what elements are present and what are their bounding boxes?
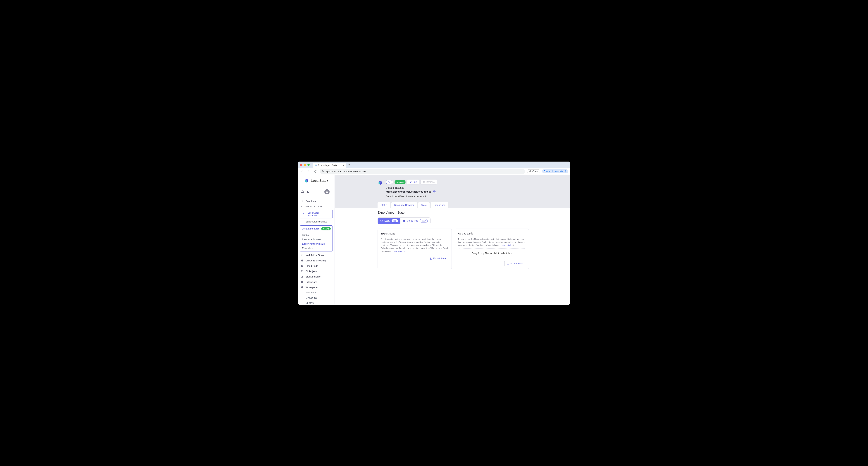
file-dropzone[interactable]: Drag & drop files, or click to select fi… — [458, 249, 525, 258]
sidebar: LocalStack ▾ ▾ DashboardGetting — [298, 175, 335, 304]
svg-point-25 — [303, 214, 304, 215]
sidebar-item-label: IAM Policy Stream — [306, 254, 325, 257]
guest-icon — [529, 170, 531, 173]
maximize-window-icon[interactable] — [307, 164, 310, 166]
sidebar-item[interactable]: My License — [298, 295, 335, 300]
sidebar-item[interactable]: Extensions — [298, 279, 335, 285]
reload-button[interactable] — [313, 169, 318, 174]
notifications-icon[interactable] — [301, 191, 304, 193]
brand-logo[interactable]: LocalStack — [304, 178, 328, 183]
export-code: localstack state export <file-name> — [399, 247, 442, 250]
plane-icon — [301, 205, 304, 208]
remove-label: Remove — [426, 181, 435, 183]
site-settings-icon[interactable] — [322, 170, 324, 173]
sidebar-item[interactable]: Dashboard — [298, 199, 335, 204]
puzzle-icon — [301, 281, 304, 283]
copy-icon — [433, 191, 436, 193]
svg-rect-31 — [301, 287, 303, 288]
upload-card-text: Please select the file containing the st… — [458, 238, 525, 247]
instance-desc: Default LocalStack instance bookmark — [386, 195, 562, 198]
svg-rect-17 — [301, 201, 302, 202]
refresh-icon — [301, 270, 304, 272]
instance-tab[interactable]: Extensions — [431, 202, 448, 208]
download-icon — [429, 257, 432, 260]
period: . — [405, 250, 406, 253]
upload-text-post: ). — [513, 244, 515, 246]
svg-point-8 — [323, 171, 324, 172]
sidebar-item[interactable]: Workspace — [298, 285, 335, 290]
sidebar-item-label: Getting Started — [306, 205, 322, 208]
instance-link[interactable]: Status — [300, 233, 333, 237]
browser-tab[interactable]: Export/Import State - LocalSt × — [313, 163, 346, 168]
import-state-button[interactable]: Import State — [504, 261, 525, 266]
svg-point-19 — [303, 213, 304, 213]
instance-link[interactable]: Resource Browser — [300, 237, 333, 242]
instance-link[interactable]: Export / Import State — [300, 242, 333, 246]
edit-label: Edit — [412, 181, 417, 183]
instance-link[interactable]: Extensions — [300, 246, 333, 251]
forward-button[interactable] — [306, 169, 311, 174]
user-menu-button[interactable] — [324, 189, 330, 195]
close-window-icon[interactable] — [300, 164, 302, 166]
instance-tab[interactable]: State — [418, 202, 430, 208]
new-tab-button[interactable]: + — [348, 163, 350, 167]
export-state-button[interactable]: Export State — [427, 256, 448, 261]
copy-url-button[interactable] — [433, 191, 436, 193]
sidebar-item[interactable]: Chaos Engineering — [298, 258, 335, 263]
svg-rect-2 — [315, 166, 316, 166]
svg-rect-36 — [434, 191, 436, 193]
mode-toggle-option[interactable]: Cloud PodTeam — [400, 218, 430, 224]
export-card-title: Export State — [381, 232, 448, 235]
toggle-label: Local — [384, 219, 390, 222]
svg-point-7 — [322, 170, 323, 171]
cloud-icon — [301, 265, 304, 267]
svg-point-10 — [530, 170, 531, 171]
sidebar-item[interactable]: CI Keys — [298, 300, 335, 304]
relaunch-button[interactable]: Relaunch to update ⋮ — [542, 169, 568, 173]
profile-button[interactable]: Guest — [527, 169, 540, 173]
close-tab-icon[interactable]: × — [343, 164, 344, 167]
chart-icon — [301, 275, 304, 278]
instance-tab[interactable]: Status — [377, 202, 390, 208]
sidebar-item-label: Extensions — [306, 281, 317, 283]
edit-button[interactable]: Edit — [407, 180, 419, 184]
svg-point-21 — [305, 213, 305, 213]
nav-list: DashboardGetting StartedLocalStack Insta… — [298, 197, 335, 304]
instance-box: Default InstancerunningStatusResource Br… — [300, 226, 333, 252]
instance-url: https://localhost.localstack.cloud:4566 — [386, 191, 431, 193]
sidebar-item-label: Dashboard — [306, 200, 317, 203]
more-icon[interactable]: ⋮ — [564, 170, 566, 173]
minimize-window-icon[interactable] — [304, 164, 306, 166]
mode-toggle-option[interactable]: LocalPro — [378, 218, 400, 224]
cloud-icon — [403, 220, 406, 222]
svg-rect-16 — [302, 200, 303, 201]
browser-chrome: Export/Import State - LocalSt × + — [298, 162, 570, 168]
alert-icon — [301, 259, 304, 262]
sidebar-item-ephemeral[interactable]: Ephemeral Instances — [298, 219, 335, 224]
laptop-icon — [380, 220, 383, 222]
svg-point-22 — [303, 214, 304, 214]
back-button[interactable] — [300, 169, 305, 174]
remove-button: Remove — [421, 180, 437, 184]
url-input[interactable]: app.localstack.cloud/inst/default/state — [319, 169, 525, 174]
upload-doc-link[interactable]: documentation — [500, 244, 513, 246]
sidebar-item[interactable]: Cloud Pods — [298, 263, 335, 269]
theme-toggle-icon[interactable]: ▾ — [307, 191, 311, 193]
tabs-dropdown-icon[interactable] — [563, 163, 568, 167]
sidebar-item-label: LocalStack Instances — [308, 211, 330, 217]
sidebar-item-label: Chaos Engineering — [306, 259, 326, 262]
sidebar-item[interactable]: Stack Insights — [298, 274, 335, 279]
svg-rect-37 — [381, 220, 383, 221]
sidebar-item[interactable]: IAM Policy Stream — [298, 253, 335, 258]
export-doc-link[interactable]: documentation — [392, 250, 405, 253]
instance-tab[interactable]: Resource Browser — [392, 202, 417, 208]
instance-box-status: running — [321, 227, 331, 230]
sidebar-item-instances[interactable]: LocalStack Instances — [300, 210, 333, 218]
svg-point-26 — [304, 214, 304, 215]
instance-box-name[interactable]: Default Instance — [302, 228, 319, 230]
instance-logo-icon — [377, 180, 383, 185]
sidebar-item[interactable]: CI Projects — [298, 269, 335, 274]
sidebar-item[interactable]: Auth Token — [298, 290, 335, 295]
sidebar-item[interactable]: Getting Started — [298, 204, 335, 209]
logo-area: LocalStack — [298, 175, 335, 187]
